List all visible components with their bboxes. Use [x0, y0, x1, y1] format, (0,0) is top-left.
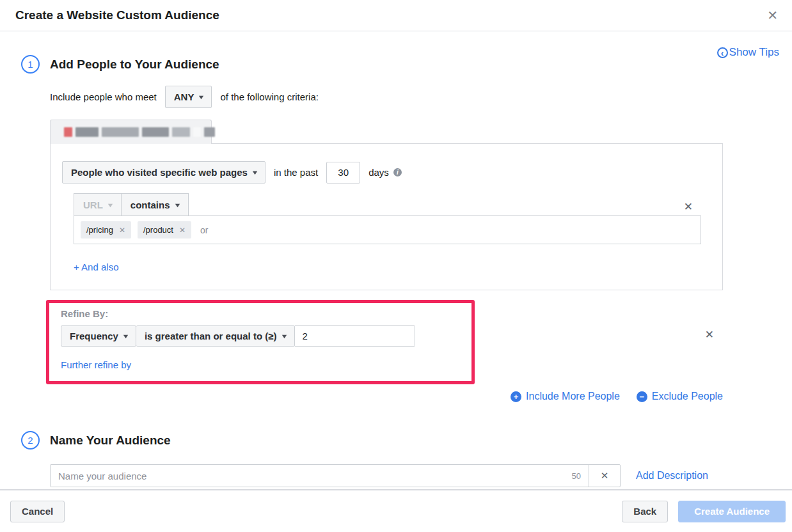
include-prefix-text: Include people who meet	[50, 91, 157, 102]
minus-circle-icon: −	[637, 391, 647, 402]
url-token-input[interactable]: /pricing ✕ /product ✕ or	[74, 215, 701, 244]
add-description-link[interactable]: Add Description	[636, 470, 708, 481]
dialog-title: Create a Website Custom Audience	[15, 8, 219, 22]
refine-by-label: Refine By:	[61, 308, 471, 319]
exclude-people-label: Exclude People	[652, 391, 723, 402]
step2-heading: Name Your Audience	[50, 434, 171, 448]
footer-right-actions: Back Create Audience	[622, 501, 786, 522]
remove-refine-icon[interactable]: ✕	[705, 328, 714, 341]
plus-circle-icon: +	[511, 391, 521, 402]
days-text: days	[368, 167, 389, 178]
step2-heading-row: 2 Name Your Audience	[21, 431, 792, 450]
remove-url-rule-icon[interactable]: ✕	[684, 200, 693, 214]
match-criteria-row: Include people who meet ANY ▾ of the fol…	[50, 86, 792, 108]
caret-down-icon: ▾	[282, 332, 287, 340]
clear-name-button[interactable]: ✕	[589, 465, 620, 487]
url-field-dropdown: URL ▾	[74, 193, 122, 216]
audience-name-group: 50 ✕	[50, 464, 621, 487]
retention-days-input[interactable]	[326, 162, 360, 184]
include-suffix-text: of the following criteria:	[220, 91, 318, 102]
event-type-value: People who visited specific web pages	[71, 167, 248, 178]
match-type-dropdown[interactable]: ANY ▾	[165, 86, 212, 108]
refine-rule-row: Frequency ▾ is greater than or equal to …	[61, 325, 471, 347]
caret-down-icon: ▾	[253, 169, 257, 176]
match-type-value: ANY	[174, 91, 194, 102]
caret-down-icon: ▾	[108, 201, 113, 208]
redacted-pixel-name	[64, 127, 215, 137]
url-token: /pricing ✕	[81, 221, 131, 239]
token-remove-icon[interactable]: ✕	[119, 226, 125, 235]
create-audience-button[interactable]: Create Audience	[678, 501, 786, 522]
close-icon[interactable]: ✕	[764, 6, 780, 24]
url-operator-bar: URL ▾ contains ▾	[74, 193, 722, 216]
include-more-people-label: Include More People	[526, 391, 620, 402]
url-operator-value: contains	[131, 199, 170, 210]
refine-section: Refine By: Frequency ▾ is greater than o…	[46, 300, 723, 384]
refine-value-input[interactable]	[295, 325, 415, 347]
and-also-link[interactable]: + And also	[74, 262, 118, 272]
in-the-past-text: in the past	[274, 167, 318, 178]
back-button[interactable]: Back	[622, 501, 668, 522]
cancel-button[interactable]: Cancel	[10, 501, 65, 522]
refine-operator-dropdown[interactable]: is greater than or equal to (≥) ▾	[136, 325, 295, 347]
exclude-people-link[interactable]: − Exclude People	[637, 391, 723, 402]
dialog-header: Create a Website Custom Audience ✕	[0, 0, 792, 31]
audience-name-row: 50 ✕ Add Description	[50, 464, 792, 487]
audience-actions-row: + Include More People − Exclude People	[50, 391, 723, 402]
info-icon[interactable]: i	[393, 168, 402, 176]
step2-number-badge: 2	[21, 431, 40, 450]
url-rule-block: URL ▾ contains ▾ /pricing ✕ /product	[74, 193, 722, 244]
refine-annotation-box: Refine By: Frequency ▾ is greater than o…	[46, 300, 475, 384]
event-type-dropdown[interactable]: People who visited specific web pages ▾	[62, 161, 265, 184]
dialog-footer: Cancel Back Create Audience	[0, 489, 792, 532]
refine-field-value: Frequency	[70, 331, 118, 341]
caret-down-icon: ▾	[175, 201, 180, 208]
criteria-card: People who visited specific web pages ▾ …	[50, 143, 723, 290]
url-token-text: /pricing	[86, 225, 113, 235]
create-website-custom-audience-dialog: Create a Website Custom Audience ✕ ‹ Sho…	[0, 0, 792, 532]
caret-down-icon: ▾	[123, 332, 128, 340]
step1-number-badge: 1	[21, 55, 40, 74]
refine-field-dropdown[interactable]: Frequency ▾	[61, 325, 136, 347]
token-remove-icon[interactable]: ✕	[179, 226, 186, 235]
url-operator-dropdown[interactable]: contains ▾	[122, 193, 189, 216]
step1-heading: Add People to Your Audience	[50, 58, 219, 72]
pixel-source-tab[interactable]	[50, 120, 212, 144]
event-row: People who visited specific web pages ▾ …	[62, 161, 722, 184]
audience-name-input[interactable]	[51, 465, 572, 487]
or-placeholder-text: or	[200, 225, 208, 235]
dialog-body: 1 Add People to Your Audience Include pe…	[0, 55, 792, 487]
step1-heading-row: 1 Add People to Your Audience	[21, 55, 792, 74]
caret-down-icon: ▾	[200, 93, 204, 100]
url-field-value: URL	[83, 199, 103, 210]
char-count: 50	[572, 471, 589, 481]
refine-operator-value: is greater than or equal to (≥)	[145, 331, 277, 341]
url-token: /product ✕	[138, 221, 191, 239]
url-token-text: /product	[143, 225, 173, 235]
further-refine-link[interactable]: Further refine by	[61, 359, 131, 370]
include-more-people-link[interactable]: + Include More People	[511, 391, 620, 402]
